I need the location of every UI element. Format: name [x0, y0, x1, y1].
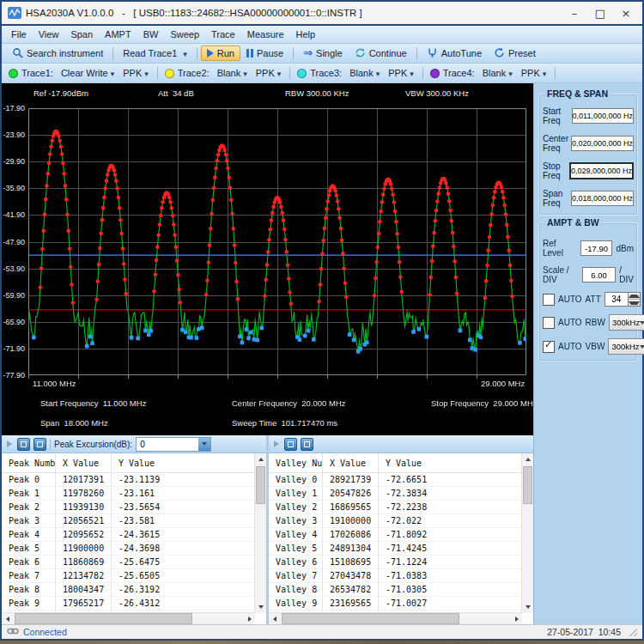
column-header[interactable]: X Value	[56, 453, 112, 472]
window-layout-icon[interactable]	[284, 438, 297, 451]
table-row[interactable]: Peak 511900000-24.3698	[2, 542, 255, 556]
table-row[interactable]: Peak 312056521-23.581	[2, 514, 255, 528]
toolbar-separator	[157, 67, 158, 80]
table-cell: Peak 2	[2, 501, 56, 513]
menu-item-bw[interactable]: BW	[137, 27, 165, 41]
scrollbar-thumb[interactable]	[256, 466, 265, 504]
column-header[interactable]: Peak Number	[2, 453, 56, 472]
table-row[interactable]: Valley 826534782-71.0305	[269, 583, 522, 597]
read-trace-dropdown[interactable]: Read Trace1	[117, 46, 193, 61]
ref-level-input[interactable]: -17.90	[580, 240, 613, 256]
menu-item-view[interactable]: View	[33, 27, 65, 41]
table-row[interactable]: Valley 216869565-72.2238	[269, 501, 522, 514]
table-row[interactable]: Peak 211939130-23.5654	[2, 501, 255, 514]
run-button[interactable]: Run	[201, 46, 240, 61]
table-row[interactable]: Peak 818004347-26.3192	[2, 583, 255, 597]
peak-table-horizontal-scrollbar[interactable]	[2, 612, 255, 624]
table-row[interactable]: Valley 120547826-72.3834	[269, 487, 522, 501]
scroll-down-button[interactable]	[522, 601, 533, 613]
valley-table-horizontal-scrollbar[interactable]	[269, 612, 522, 624]
scale-div-input[interactable]: 6.00	[582, 267, 616, 283]
center-freq-input[interactable]: 0,020,000,000 Hz	[571, 136, 634, 151]
att-auto-checkbox[interactable]	[543, 294, 555, 306]
table-row[interactable]: Peak 917965217-26.4312	[2, 597, 255, 611]
column-header[interactable]: Y Value	[112, 453, 255, 472]
table-row[interactable]: Peak 712134782-25.6505	[2, 569, 255, 583]
search-instrument-button[interactable]: Search instrument	[6, 45, 109, 63]
column-header[interactable]: Valley Number	[269, 453, 323, 472]
scroll-right-button[interactable]	[511, 613, 522, 624]
column-header[interactable]: Y Value	[379, 453, 522, 472]
peak-table-vertical-scrollbar[interactable]	[254, 453, 266, 613]
peak-table-body: Peak NumberX ValueY ValuePeak 012017391-…	[2, 453, 266, 624]
scrollbar-thumb[interactable]	[523, 466, 532, 504]
window-layout-icon[interactable]	[17, 438, 30, 451]
table-cell: 23169565	[323, 597, 379, 610]
settings-panel: FREQ & SPAN Start Freq0,011,000,000 HzCe…	[533, 83, 642, 624]
scroll-left-button[interactable]	[269, 613, 280, 624]
trace1-mode-dropdown[interactable]: Clear Write	[57, 66, 118, 80]
scrollbar-thumb[interactable]	[282, 613, 459, 624]
combobox-dropdown-button[interactable]	[198, 438, 210, 451]
vbw-auto-checkbox[interactable]	[543, 341, 555, 353]
pause-button[interactable]: Pause	[240, 46, 289, 61]
minimize-button[interactable]: –	[562, 3, 587, 22]
vbw-select[interactable]: 300kHz	[608, 338, 644, 355]
menu-item-help[interactable]: Help	[290, 27, 322, 41]
trace3-mode-dropdown[interactable]: Blank	[345, 66, 384, 80]
table-row[interactable]: Peak 012017391-23.1139	[2, 473, 255, 487]
table-row[interactable]: Valley 417026086-71.8092	[269, 528, 522, 542]
maximize-button[interactable]: □	[587, 3, 613, 22]
span-freq-input[interactable]: 0,018,000,000 Hz	[571, 191, 634, 206]
menu-item-measure[interactable]: Measure	[241, 27, 290, 41]
table-row[interactable]: Peak 611860869-25.6475	[2, 556, 255, 569]
export-icon[interactable]	[33, 438, 46, 451]
peak-excursion-combobox[interactable]: 0	[136, 437, 211, 452]
continue-button[interactable]: Continue	[349, 45, 413, 63]
table-row[interactable]: Valley 923169565-71.0027	[269, 597, 522, 611]
single-button[interactable]: ⇒ Single	[297, 46, 348, 61]
scroll-up-button[interactable]	[255, 453, 266, 465]
close-button[interactable]: ×	[613, 3, 639, 22]
status-bar: Connected 27-05-2017 10:45	[2, 624, 642, 639]
scrollbar-thumb[interactable]	[15, 613, 192, 624]
forward-arrow-icon[interactable]	[7, 440, 12, 447]
export-icon[interactable]	[301, 438, 313, 451]
trace4-detector-dropdown[interactable]: PPK	[517, 66, 551, 80]
att-spinner[interactable]: 34	[605, 292, 641, 307]
trace1-detector-dropdown[interactable]: PPK	[118, 66, 153, 80]
scroll-left-button[interactable]	[2, 613, 13, 624]
table-row[interactable]: Valley 319100000-72.022	[269, 514, 522, 528]
column-header[interactable]: X Value	[323, 453, 379, 472]
menu-item-file[interactable]: File	[5, 27, 33, 41]
spinner-down-button[interactable]	[629, 299, 640, 306]
menu-item-trace[interactable]: Trace	[205, 27, 241, 41]
trace2-detector-dropdown[interactable]: PPK	[252, 66, 286, 80]
scroll-up-button[interactable]	[522, 453, 533, 465]
table-row[interactable]: Valley 615108695-71.1224	[269, 556, 522, 569]
trace3-detector-dropdown[interactable]: PPK	[384, 66, 418, 80]
menu-item-sweep[interactable]: Sweep	[164, 27, 205, 41]
scroll-down-button[interactable]	[255, 601, 266, 613]
menu-item-span[interactable]: Span	[64, 27, 99, 41]
resize-grip[interactable]	[629, 629, 637, 636]
table-row[interactable]: Peak 111978260-23.161	[2, 487, 255, 501]
start-freq-input[interactable]: 0,011,000,000 Hz	[572, 108, 634, 124]
table-row[interactable]: Peak 412095652-24.3615	[2, 528, 255, 542]
preset-button[interactable]: Preset	[488, 45, 542, 63]
trace2-mode-dropdown[interactable]: Blank	[213, 66, 252, 80]
table-row[interactable]: Valley 727043478-71.0383	[269, 569, 522, 583]
scroll-right-button[interactable]	[244, 613, 255, 624]
autotune-button[interactable]: AutoTune	[421, 45, 488, 63]
valley-table-vertical-scrollbar[interactable]	[521, 453, 533, 613]
forward-arrow-icon[interactable]	[274, 440, 279, 447]
table-row[interactable]: Valley 028921739-72.6651	[269, 473, 522, 487]
trace4-mode-dropdown[interactable]: Blank	[478, 66, 517, 80]
rbw-auto-checkbox[interactable]	[543, 317, 555, 329]
rbw-select[interactable]: 300kHz	[609, 314, 644, 331]
app-window: HSA2030A V1.0.0.0 - [ USB0::1183::24682:…	[0, 0, 644, 641]
menu-item-ampt[interactable]: AMPT	[99, 27, 137, 41]
table-row[interactable]: Valley 524891304-71.4245	[269, 542, 522, 556]
stop-freq-input[interactable]: 0,029,000,000 Hz	[569, 162, 634, 179]
spinner-up-button[interactable]	[629, 293, 640, 299]
